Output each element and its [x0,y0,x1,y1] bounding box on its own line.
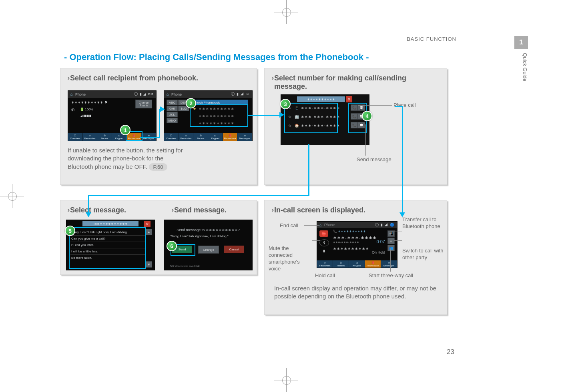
panel1-title-text: Select call recipient from phonebook. [70,74,198,82]
shot-title: Phone [171,92,182,96]
shot-title: Phone [75,92,86,96]
section-title: - Operation Flow: Placing Calls/Sending … [64,52,369,62]
key-jkl[interactable]: JKL [167,112,178,117]
step-marker-2: 2 [186,98,196,108]
number-row[interactable]: ∗∗∗-∗∗∗-∗∗∗∗ [301,115,340,119]
change-phone-button[interactable]: Change Phone [135,100,152,108]
char-count: 867 characters available [170,265,200,268]
transfer-button[interactable]: 📲 [387,230,395,237]
confirm-to: Send message to ∗∗∗∗∗∗∗∗∗∗? [172,228,244,232]
status-icons: ⓘ ▮ ◢ 🔵 [375,222,395,228]
chapter-index: 1 [514,36,528,49]
page-ref-badge: P.60 [149,163,167,171]
panel3-title-text: Select message. [70,206,126,214]
tab-overview[interactable]: ☐Overview [164,133,179,141]
panel3-title: ›› Select message. [60,200,167,214]
incall-name: ∗∗∗∗∗∗∗∗∗∗ [338,230,366,233]
contact-row[interactable]: ∗∗∗∗∗∗∗∗∗∗ [199,107,235,111]
scroll-down[interactable]: ▼ [146,261,152,268]
fav-star[interactable]: ☆ [288,124,291,128]
search-phonebook-button[interactable]: Search Phonebook [190,100,248,105]
paired-name: ∗∗∗∗∗∗∗∗∗∗ ⚑ [71,100,108,104]
step-marker-1: 1 [120,125,130,135]
tab-keypad[interactable]: ⊞Keypad [208,133,223,141]
panel-incall: ›› In-call screen is displayed. ⌂Phoneⓘ … [264,200,447,315]
cancel-button[interactable]: Cancel [224,246,244,253]
tab-messages[interactable]: ✉Messages [237,133,252,141]
tab-recent[interactable]: ✆Recent [97,133,112,141]
change-button[interactable]: Change [198,246,219,254]
contact-row[interactable]: ∗∗∗∗∗∗∗∗∗∗ [199,121,235,125]
preset-msg-row[interactable]: Sorry, I can't talk right now, I am driv… [70,229,145,236]
confirm-body: "Sorry, I can't talk right now, I am dri… [170,234,247,238]
step-marker-5: 5 [65,226,75,236]
running-head: BASIC FUNCTION [407,36,456,42]
callout-switch: Switch to call with other party [402,248,446,261]
number-row[interactable]: ∗∗∗-∗∗∗-∗∗∗∗ [301,124,340,128]
tab-keypad[interactable]: ⊞Keypad [349,260,365,268]
call-icon-button[interactable]: 📞 [351,104,358,111]
panel5-note: In-call screen display and operation may… [274,284,442,301]
tab-favourites[interactable]: ☆Favourites [179,133,194,141]
screenshot-confirm-send: Send message to ∗∗∗∗∗∗∗∗∗∗? "Sorry, I ca… [164,220,253,270]
side-tab: 1 Quick Guide [514,36,528,82]
tab-phonebook[interactable]: 📕Phonebook [223,133,238,141]
callout-send-message: Send message [357,156,393,163]
contact-row[interactable]: ∗∗∗∗∗∗∗∗∗∗ [199,114,235,118]
panel4-title: ›› Send message. [165,200,234,214]
callout-threeway: Start three-way call [369,272,413,279]
msg-icon-button[interactable]: 💬 [358,122,365,128]
tab-recent[interactable]: ✆Recent [333,260,349,268]
preset-msg-row[interactable]: I'll call you later. [70,242,145,248]
key-abc[interactable]: ABC [167,100,178,105]
tab-favourites[interactable]: ☆Favourites [83,133,98,141]
crop-mark-left [0,184,24,208]
panel1-note: If unable to select the button, the sett… [68,146,188,171]
scroll-up[interactable]: ▲ [146,229,152,235]
preset-msg-row[interactable]: I will be a little late. [70,248,145,255]
tab-phonebook[interactable]: 📕Phonebook [365,260,381,268]
fav-star[interactable]: ☆ [288,115,291,119]
tab-messages[interactable]: ✉Messages [381,260,397,268]
panel5-title-text: In-call screen is displayed. [274,206,365,214]
panel-select-message: ›› Select message. ›› Send message. Text… [60,200,257,275]
incall-tabs: ☆Favourites ✆Recent ⊞Keypad 📕Phonebook ✉… [317,260,397,268]
chapter-label: Quick Guide [514,49,531,82]
popup-header: ∗∗∗∗∗∗∗∗∗∗ [297,96,345,102]
status-icons: ⓘ ▮ ◢ ᴘᴍ [134,92,154,97]
panel2-title: ›› Select number for making call/sending… [265,68,447,91]
preset-msg-row[interactable]: Can you give me a call? [70,236,145,242]
tab-recent[interactable]: ✆Recent [193,133,208,141]
crop-mark-top [274,0,298,24]
work-icon: 🏢 [295,115,299,119]
end-call-button[interactable]: ⛔ [319,230,328,237]
number-row[interactable]: ∗∗∗-∗∗∗-∗∗∗∗ [301,106,340,110]
callout-hold: Hold call [315,272,335,279]
key-mno[interactable]: MNO [167,118,178,123]
crop-mark-bottom [274,368,298,392]
call-icon-button[interactable]: 📞 [351,113,358,120]
call-icon-button[interactable]: 📞 [351,122,358,128]
close-icon[interactable]: × [346,96,352,102]
step-marker-3: 3 [280,99,291,109]
screenshot-phone-overview: ⌂Phoneⓘ ▮ ◢ ᴘᴍ ∗∗∗∗∗∗∗∗∗∗ ⚑ Change Phone… [68,90,157,141]
panel5-title: ›› In-call screen is displayed. [265,200,447,214]
adjust-button[interactable]: ≡ [387,238,395,244]
home-icon: ⌂ [319,223,322,227]
hold-button[interactable]: ⏸ [319,248,328,254]
preset-msg-row[interactable]: Be there soon. [70,255,145,261]
key-ghi[interactable]: GHI [167,106,178,111]
tab-overview[interactable]: ☐Overview [68,133,83,141]
tab-favourites[interactable]: ☆Favourites [317,260,333,268]
threeway-button[interactable]: 👥 [387,245,395,251]
mute-button[interactable]: 🎙 [319,239,329,246]
close-icon[interactable]: × [144,221,151,227]
home-icon: ⌂ [167,92,169,96]
page: BASIC FUNCTION - Operation Flow: Placing… [56,28,516,352]
panel-select-number: ›› Select number for making call/sending… [264,68,447,185]
signal-level: ▮▮▮▮▮ [83,114,91,118]
incall-name2: ∗∗∗∗∗∗∗∗∗∗ [333,246,369,251]
panel-select-recipient: ›› Select call recipient from phonebook.… [60,68,257,185]
tab-phonebook[interactable]: 📕Phonebook [127,133,142,141]
step-marker-6: 6 [167,241,177,251]
